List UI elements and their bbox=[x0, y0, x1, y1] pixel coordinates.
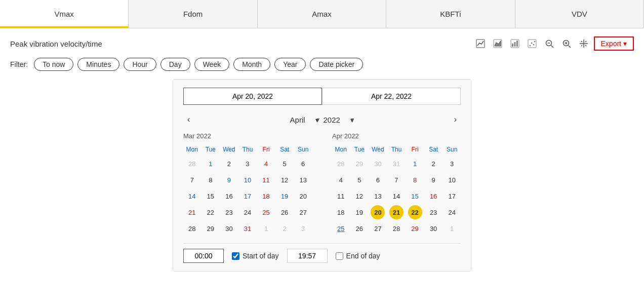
end-of-day-label[interactable]: End of day bbox=[336, 252, 380, 260]
cal-cell[interactable]: 26 bbox=[277, 205, 292, 219]
cal-cell[interactable]: 18 bbox=[259, 189, 273, 203]
cal-cell-selected-21[interactable]: 21 bbox=[389, 205, 404, 219]
cal-cell[interactable]: 1 bbox=[259, 221, 273, 236]
filter-to-now[interactable]: To now bbox=[34, 58, 73, 71]
cal-cell[interactable]: 29 bbox=[352, 157, 367, 171]
cal-cell[interactable]: 28 bbox=[185, 221, 199, 236]
tab-amax[interactable]: Amax bbox=[258, 0, 386, 28]
cal-cell[interactable]: 12 bbox=[352, 189, 367, 203]
cal-cell[interactable]: 17 bbox=[240, 189, 255, 203]
prev-month-button[interactable]: ‹ bbox=[183, 113, 194, 126]
cal-cell[interactable]: 1 bbox=[204, 157, 218, 171]
cal-cell[interactable]: 28 bbox=[389, 221, 404, 236]
start-time-input[interactable] bbox=[183, 249, 224, 263]
line-chart-icon[interactable] bbox=[473, 36, 488, 51]
filter-week[interactable]: Week bbox=[194, 58, 230, 71]
cal-cell[interactable]: 7 bbox=[185, 173, 199, 187]
cal-cell[interactable]: 14 bbox=[389, 189, 404, 203]
filter-hour[interactable]: Hour bbox=[124, 58, 156, 71]
cal-cell[interactable]: 12 bbox=[277, 173, 292, 187]
tab-kbfti[interactable]: KBFTi bbox=[386, 0, 515, 28]
start-of-day-checkbox[interactable] bbox=[232, 252, 239, 260]
cal-cell[interactable]: 21 bbox=[185, 205, 199, 219]
cal-cell[interactable]: 8 bbox=[204, 173, 218, 187]
crosshair-icon[interactable] bbox=[577, 36, 591, 51]
tab-vdv[interactable]: VDV bbox=[515, 0, 644, 28]
cal-cell[interactable]: 9 bbox=[222, 173, 236, 187]
cal-cell[interactable]: 28 bbox=[185, 157, 199, 171]
scatter-chart-icon[interactable] bbox=[525, 36, 539, 51]
zoom-out-icon[interactable] bbox=[542, 36, 556, 51]
cal-cell[interactable]: 28 bbox=[334, 157, 348, 171]
cal-cell[interactable]: 14 bbox=[185, 189, 199, 203]
filter-minutes[interactable]: Minutes bbox=[77, 58, 119, 71]
filter-year[interactable]: Year bbox=[274, 58, 306, 71]
cal-cell[interactable]: 18 bbox=[334, 205, 348, 219]
cal-cell[interactable]: 25 bbox=[259, 205, 273, 219]
cal-cell[interactable]: 27 bbox=[296, 205, 310, 219]
cal-cell[interactable]: 2 bbox=[277, 221, 292, 236]
cal-cell-selected-20[interactable]: 20 bbox=[371, 205, 385, 219]
next-month-button[interactable]: › bbox=[450, 113, 461, 126]
cal-cell[interactable]: 1 bbox=[408, 157, 422, 171]
month-select[interactable]: April bbox=[290, 116, 314, 124]
cal-cell[interactable]: 26 bbox=[352, 221, 367, 236]
cal-cell[interactable]: 8 bbox=[408, 173, 422, 187]
end-date-input[interactable] bbox=[322, 88, 461, 105]
tab-fdom[interactable]: Fdom bbox=[129, 0, 257, 28]
cal-cell[interactable]: 3 bbox=[296, 221, 310, 236]
cal-cell[interactable]: 9 bbox=[426, 173, 440, 187]
cal-cell[interactable]: 3 bbox=[240, 157, 255, 171]
start-of-day-label[interactable]: Start of day bbox=[232, 252, 279, 260]
cal-cell[interactable]: 5 bbox=[277, 157, 292, 171]
end-of-day-checkbox[interactable] bbox=[336, 252, 343, 260]
year-select[interactable]: 2022 bbox=[324, 116, 349, 124]
cal-cell[interactable]: 13 bbox=[296, 173, 310, 187]
cal-cell[interactable]: 13 bbox=[371, 189, 385, 203]
cal-cell[interactable]: 31 bbox=[240, 221, 255, 236]
cal-cell[interactable]: 7 bbox=[389, 173, 404, 187]
cal-cell[interactable]: 24 bbox=[445, 205, 459, 219]
cal-cell[interactable]: 19 bbox=[277, 189, 292, 203]
cal-cell[interactable]: 22 bbox=[204, 205, 218, 219]
cal-cell[interactable]: 4 bbox=[259, 157, 273, 171]
area-chart-icon[interactable] bbox=[491, 36, 505, 51]
filter-day[interactable]: Day bbox=[160, 58, 190, 71]
cal-cell[interactable]: 29 bbox=[408, 221, 422, 236]
cal-cell[interactable]: 30 bbox=[222, 221, 236, 236]
cal-cell[interactable]: 30 bbox=[371, 157, 385, 171]
cal-cell[interactable]: 6 bbox=[296, 157, 310, 171]
zoom-in-icon[interactable] bbox=[559, 36, 574, 51]
cal-cell[interactable]: 23 bbox=[426, 205, 440, 219]
cal-cell[interactable]: 10 bbox=[240, 173, 255, 187]
filter-date-picker[interactable]: Date picker bbox=[310, 58, 363, 71]
cal-cell-25[interactable]: 25 bbox=[334, 221, 348, 236]
start-date-input[interactable] bbox=[183, 88, 322, 105]
cal-cell[interactable]: 2 bbox=[426, 157, 440, 171]
cal-cell[interactable]: 19 bbox=[352, 205, 367, 219]
cal-cell[interactable]: 5 bbox=[352, 173, 367, 187]
cal-cell[interactable]: 16 bbox=[426, 189, 440, 203]
filter-month[interactable]: Month bbox=[233, 58, 270, 71]
cal-cell-selected-22[interactable]: 22 bbox=[408, 205, 422, 219]
cal-cell[interactable]: 17 bbox=[445, 189, 459, 203]
cal-cell[interactable]: 11 bbox=[259, 173, 273, 187]
cal-cell[interactable]: 15 bbox=[408, 189, 422, 203]
export-button[interactable]: Export ▾ bbox=[594, 36, 634, 51]
cal-cell[interactable]: 1 bbox=[445, 221, 459, 236]
cal-cell[interactable]: 29 bbox=[204, 221, 218, 236]
bar-chart-icon[interactable] bbox=[508, 36, 522, 51]
end-time-input[interactable] bbox=[287, 249, 328, 263]
cal-cell[interactable]: 27 bbox=[371, 221, 385, 236]
cal-cell[interactable]: 16 bbox=[222, 189, 236, 203]
cal-cell[interactable]: 3 bbox=[445, 157, 459, 171]
cal-cell[interactable]: 15 bbox=[204, 189, 218, 203]
tab-vmax[interactable]: Vmax bbox=[0, 0, 129, 28]
cal-cell[interactable]: 2 bbox=[222, 157, 236, 171]
cal-cell[interactable]: 31 bbox=[389, 157, 404, 171]
cal-cell[interactable]: 23 bbox=[222, 205, 236, 219]
cal-cell[interactable]: 30 bbox=[426, 221, 440, 236]
cal-cell[interactable]: 4 bbox=[334, 173, 348, 187]
cal-cell[interactable]: 6 bbox=[371, 173, 385, 187]
cal-cell[interactable]: 20 bbox=[296, 189, 310, 203]
